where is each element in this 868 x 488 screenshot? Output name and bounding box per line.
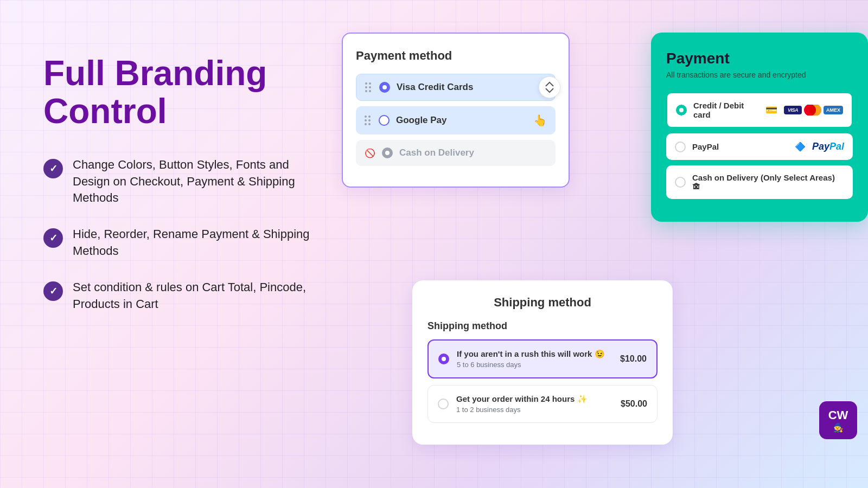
feature-item-3: Set condition & rules on Cart Total, Pin… — [43, 279, 326, 313]
paypal-label: PayPal — [692, 142, 788, 151]
eye-slash-icon: 🚫 — [365, 148, 375, 158]
shipping-days-fast: 1 to 2 business days — [456, 406, 613, 414]
feature-item-2: Hide, Reorder, Rename Payment & Shipping… — [43, 226, 326, 260]
cursor-icon: 👆 — [533, 114, 547, 127]
cw-emoji: 🧙 — [833, 422, 844, 433]
visa-badge: VISA — [784, 106, 802, 114]
gpay-label: Google Pay — [396, 115, 527, 126]
drag-handle-visa[interactable] — [365, 82, 373, 92]
shipping-section-label: Shipping method — [427, 320, 658, 332]
shipping-price-fast: $50.00 — [621, 399, 647, 409]
main-heading: Full Branding Control — [43, 54, 326, 131]
credit-label: Credit / Debit card — [693, 101, 759, 119]
left-panel: Full Branding Control Change Colors, But… — [43, 33, 326, 312]
shipping-price-slow: $10.00 — [620, 354, 647, 364]
payment-panel-title: Payment — [666, 50, 853, 67]
shipping-radio-fast[interactable] — [438, 399, 449, 409]
payment-panel: Payment All transactions are secure and … — [651, 33, 868, 222]
radio-gpay[interactable] — [379, 115, 390, 126]
payment-method-title: Payment method — [356, 49, 556, 63]
shipping-days-slow: 5 to 6 business days — [457, 361, 612, 369]
feature-item-1: Change Colors, Button Styles, Fonts and … — [43, 157, 326, 207]
shipping-card-title: Shipping method — [427, 296, 658, 310]
card-chip-icon: 💳 — [765, 104, 777, 116]
shipping-card: Shipping method Shipping method If you a… — [412, 280, 673, 445]
heading-line2: Control — [43, 92, 167, 131]
shipping-name-fast: Get your order within 24 hours ✨ — [456, 394, 613, 404]
right-panel: Payment method Visa Credit Cards — [326, 33, 835, 455]
feature-list: Change Colors, Button Styles, Fonts and … — [43, 157, 326, 313]
feature-text-3: Set condition & rules on Cart Total, Pin… — [73, 279, 326, 313]
cod-label: Cash on Delivery — [399, 147, 547, 158]
paypal-emoji: 🔷 — [795, 142, 806, 152]
panel-option-credit[interactable]: Credit / Debit card 💳 VISA AMEX — [666, 92, 853, 128]
swap-icon[interactable] — [539, 76, 560, 98]
panel-cod-label: Cash on Delivery (Only Select Areas) 🏚 — [692, 173, 844, 191]
plain-radio-paypal[interactable] — [675, 142, 686, 152]
visa-label: Visa Credit Cards — [397, 82, 546, 93]
shipping-option-slow[interactable]: If you aren't in a rush this will work 😉… — [427, 339, 658, 378]
shipping-info-slow: If you aren't in a rush this will work 😉… — [457, 349, 612, 369]
plain-radio-cod[interactable] — [675, 177, 686, 188]
panel-option-paypal[interactable]: PayPal 🔷 PayPal — [666, 133, 853, 160]
cw-badge: CW 🧙 — [819, 401, 857, 439]
payment-option-cod: 🚫 Cash on Delivery — [356, 140, 556, 166]
check-icon-1 — [43, 159, 63, 178]
amex-badge: AMEX — [824, 106, 843, 114]
payment-option-gpay[interactable]: Google Pay 👆 — [356, 106, 556, 134]
paypal-logo: PayPal — [812, 141, 844, 152]
card-icons: VISA AMEX — [784, 105, 843, 115]
radio-cod — [382, 147, 393, 158]
radio-visa[interactable] — [379, 82, 390, 93]
payment-method-card: Payment method Visa Credit Cards — [342, 33, 570, 188]
panel-option-cod[interactable]: Cash on Delivery (Only Select Areas) 🏚 — [666, 165, 853, 199]
shipping-radio-slow[interactable] — [438, 354, 449, 364]
mastercard-badge — [804, 105, 821, 115]
page-layout: Full Branding Control Change Colors, But… — [0, 0, 868, 488]
payment-option-visa[interactable]: Visa Credit Cards — [356, 74, 556, 101]
drag-handle-gpay[interactable] — [365, 115, 372, 125]
teal-radio-credit[interactable] — [676, 105, 687, 115]
check-icon-3 — [43, 281, 63, 301]
cw-text: CW — [828, 408, 848, 422]
shipping-info-fast: Get your order within 24 hours ✨ 1 to 2 … — [456, 394, 613, 414]
shipping-option-fast[interactable]: Get your order within 24 hours ✨ 1 to 2 … — [427, 385, 658, 423]
shipping-name-slow: If you aren't in a rush this will work 😉 — [457, 349, 612, 359]
check-icon-2 — [43, 228, 63, 248]
heading-line1: Full Branding — [43, 54, 267, 93]
feature-text-1: Change Colors, Button Styles, Fonts and … — [73, 157, 326, 207]
payment-panel-subtitle: All transactions are secure and encrypte… — [666, 70, 853, 79]
feature-text-2: Hide, Reorder, Rename Payment & Shipping… — [73, 226, 326, 260]
